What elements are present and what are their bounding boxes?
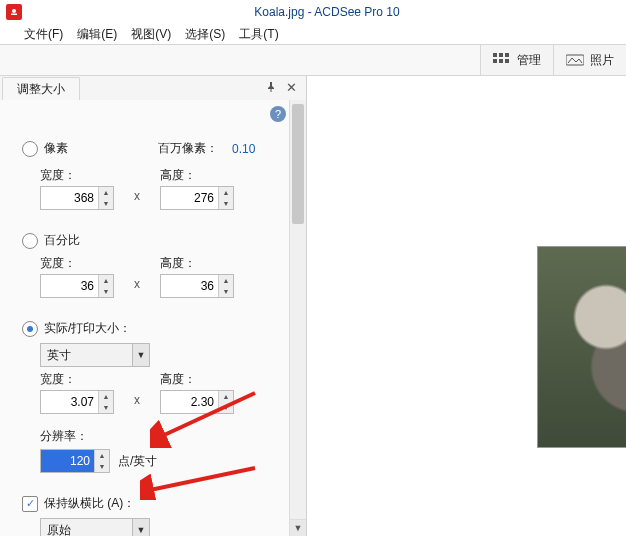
close-icon[interactable]: ✕ xyxy=(284,80,298,94)
spinner-up-icon[interactable]: ▲ xyxy=(99,275,113,286)
photo-icon xyxy=(566,53,584,67)
megapixel-value: 0.10 xyxy=(232,142,255,156)
scrollbar-down-icon[interactable]: ▼ xyxy=(290,519,306,536)
percent-width-label: 宽度： xyxy=(40,255,114,272)
svg-rect-4 xyxy=(499,53,503,57)
pin-icon[interactable] xyxy=(264,80,278,94)
panel-tabs: 调整大小 ✕ xyxy=(0,76,306,100)
radio-percent-label: 百分比 xyxy=(44,232,80,249)
actual-height-spinner[interactable]: ▲▼ xyxy=(160,390,234,414)
radio-pixels-label: 像素 xyxy=(44,140,68,157)
aspect-value: 原始 xyxy=(41,522,132,537)
menu-file[interactable]: 文件(F) xyxy=(24,26,63,43)
svg-rect-3 xyxy=(493,53,497,57)
spinner-down-icon[interactable]: ▼ xyxy=(95,461,109,472)
title-bar: Koala.jpg - ACDSee Pro 10 xyxy=(0,0,626,24)
percent-width-input[interactable] xyxy=(41,275,98,297)
svg-rect-5 xyxy=(505,53,509,57)
percent-height-input[interactable] xyxy=(161,275,218,297)
image-canvas[interactable] xyxy=(307,76,626,536)
spinner-down-icon[interactable]: ▼ xyxy=(99,286,113,297)
panel-scrollbar[interactable]: ▼ xyxy=(289,100,306,536)
svg-rect-8 xyxy=(505,59,509,63)
spinner-down-icon[interactable]: ▼ xyxy=(99,402,113,413)
spinner-down-icon[interactable]: ▼ xyxy=(219,198,233,209)
resolution-label: 分辨率： xyxy=(40,428,88,445)
grid-icon xyxy=(493,53,511,67)
x-separator: x xyxy=(134,277,140,291)
pixels-width-spinner[interactable]: ▲▼ xyxy=(40,186,114,210)
actual-width-label: 宽度： xyxy=(40,371,114,388)
actual-width-spinner[interactable]: ▲▼ xyxy=(40,390,114,414)
spinner-up-icon[interactable]: ▲ xyxy=(95,450,109,461)
photo-label: 照片 xyxy=(590,52,614,69)
manage-label: 管理 xyxy=(517,52,541,69)
resolution-input[interactable] xyxy=(41,450,94,472)
spinner-up-icon[interactable]: ▲ xyxy=(219,275,233,286)
svg-rect-6 xyxy=(493,59,497,63)
resolution-unit: 点/英寸 xyxy=(118,453,157,470)
preview-image xyxy=(537,246,626,448)
percent-height-spinner[interactable]: ▲▼ xyxy=(160,274,234,298)
svg-rect-2 xyxy=(11,14,17,16)
aspect-combo[interactable]: 原始▼ xyxy=(40,518,150,536)
spinner-up-icon[interactable]: ▲ xyxy=(219,187,233,198)
spinner-up-icon[interactable]: ▲ xyxy=(99,391,113,402)
resize-panel: 调整大小 ✕ ? 像素 百万像素： 0.10 宽度： xyxy=(0,76,307,536)
mode-toolbar: 管理 照片 xyxy=(0,44,626,76)
spinner-down-icon[interactable]: ▼ xyxy=(99,198,113,209)
pixels-height-input[interactable] xyxy=(161,187,218,209)
aspect-label: 保持纵横比 (A)： xyxy=(44,495,135,512)
percent-height-label: 高度： xyxy=(160,255,234,272)
spinner-down-icon[interactable]: ▼ xyxy=(219,402,233,413)
actual-height-label: 高度： xyxy=(160,371,234,388)
photo-mode-button[interactable]: 照片 xyxy=(553,45,626,75)
actual-width-input[interactable] xyxy=(41,391,98,413)
radio-pixels[interactable] xyxy=(22,141,38,157)
percent-width-spinner[interactable]: ▲▼ xyxy=(40,274,114,298)
pixels-height-label: 高度： xyxy=(160,167,234,184)
spinner-up-icon[interactable]: ▲ xyxy=(219,391,233,402)
manage-mode-button[interactable]: 管理 xyxy=(480,45,553,75)
menu-view[interactable]: 视图(V) xyxy=(131,26,171,43)
menu-edit[interactable]: 编辑(E) xyxy=(77,26,117,43)
window-title: Koala.jpg - ACDSee Pro 10 xyxy=(28,5,626,19)
tab-resize[interactable]: 调整大小 xyxy=(2,77,80,100)
menu-bar: 文件(F) 编辑(E) 视图(V) 选择(S) 工具(T) xyxy=(0,24,626,44)
checkbox-aspect[interactable] xyxy=(22,496,38,512)
pixels-height-spinner[interactable]: ▲▼ xyxy=(160,186,234,210)
resolution-spinner[interactable]: ▲▼ xyxy=(40,449,110,473)
scrollbar-thumb[interactable] xyxy=(292,104,304,224)
chevron-down-icon: ▼ xyxy=(132,344,149,366)
menu-tools[interactable]: 工具(T) xyxy=(239,26,278,43)
unit-value: 英寸 xyxy=(41,347,132,364)
spinner-up-icon[interactable]: ▲ xyxy=(99,187,113,198)
x-separator: x xyxy=(134,393,140,407)
svg-rect-7 xyxy=(499,59,503,63)
chevron-down-icon: ▼ xyxy=(132,519,149,536)
svg-point-1 xyxy=(12,9,16,13)
radio-actual[interactable] xyxy=(22,321,38,337)
pixels-width-input[interactable] xyxy=(41,187,98,209)
app-icon xyxy=(6,4,22,20)
spinner-down-icon[interactable]: ▼ xyxy=(219,286,233,297)
unit-combo[interactable]: 英寸▼ xyxy=(40,343,150,367)
menu-select[interactable]: 选择(S) xyxy=(185,26,225,43)
svg-rect-9 xyxy=(566,55,584,65)
x-separator: x xyxy=(134,189,140,203)
megapixel-label: 百万像素： xyxy=(158,140,218,157)
pixels-width-label: 宽度： xyxy=(40,167,114,184)
actual-height-input[interactable] xyxy=(161,391,218,413)
radio-percent[interactable] xyxy=(22,233,38,249)
radio-actual-label: 实际/打印大小： xyxy=(44,320,131,337)
